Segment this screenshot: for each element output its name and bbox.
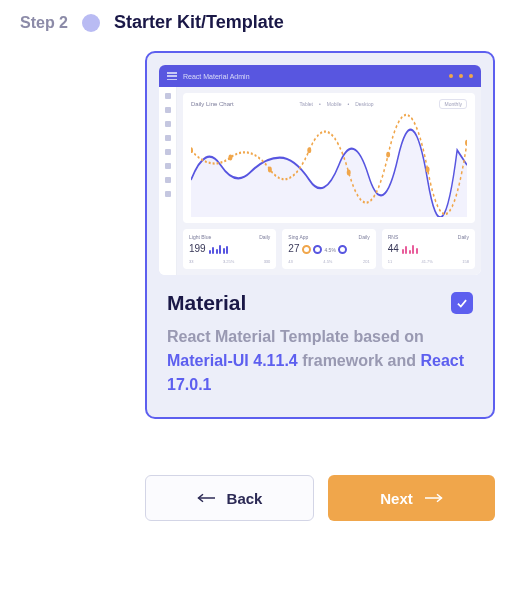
svg-point-5	[386, 152, 390, 158]
chart-period: Monthly	[439, 99, 467, 109]
thumbnail-sidebar	[159, 87, 177, 275]
line-chart	[191, 113, 467, 217]
template-name: Material	[167, 291, 246, 315]
wizard-actions: Back Next	[145, 475, 495, 521]
step-header: Step 2 Starter Kit/Template	[20, 12, 490, 33]
chart-tab: Desktop	[355, 101, 373, 107]
svg-point-1	[228, 155, 232, 161]
chart-tab: Mobile	[327, 101, 342, 107]
notification-dot	[449, 74, 453, 78]
svg-point-2	[268, 166, 272, 172]
arrow-right-icon	[425, 492, 443, 504]
back-label: Back	[227, 490, 263, 507]
stat-card: RNS Daily 44	[382, 229, 475, 269]
thumbnail-chart-card: Daily Line Chart Tablet • Mobile • Deskt…	[183, 93, 475, 223]
svg-point-7	[465, 140, 467, 146]
notification-dot	[469, 74, 473, 78]
chart-title: Daily Line Chart	[191, 101, 234, 107]
stat-card: Sing App Daily 27 4.5%	[282, 229, 375, 269]
svg-point-4	[347, 169, 351, 175]
arrow-left-icon	[197, 492, 215, 504]
step-number: Step 2	[20, 14, 68, 32]
svg-point-6	[426, 166, 430, 172]
menu-icon	[167, 72, 177, 80]
step-indicator-dot	[82, 14, 100, 32]
selected-check-icon	[451, 292, 473, 314]
stat-card: Light Blue Daily 199	[183, 229, 276, 269]
notification-dot	[459, 74, 463, 78]
template-thumbnail: React Material Admin Daily Line Chart	[159, 65, 481, 275]
back-button[interactable]: Back	[145, 475, 314, 521]
thumbnail-app-title: React Material Admin	[183, 73, 250, 80]
thumbnail-appbar: React Material Admin	[159, 65, 481, 87]
svg-point-3	[307, 147, 311, 153]
chart-tab: Tablet	[300, 101, 313, 107]
next-button[interactable]: Next	[328, 475, 495, 521]
next-label: Next	[380, 490, 413, 507]
template-card-material[interactable]: React Material Admin Daily Line Chart	[145, 51, 495, 419]
template-description: React Material Template based on Materia…	[167, 325, 473, 397]
page-title: Starter Kit/Template	[114, 12, 284, 33]
svg-point-0	[191, 147, 193, 153]
material-ui-link[interactable]: Material-UI 4.11.4	[167, 352, 298, 369]
